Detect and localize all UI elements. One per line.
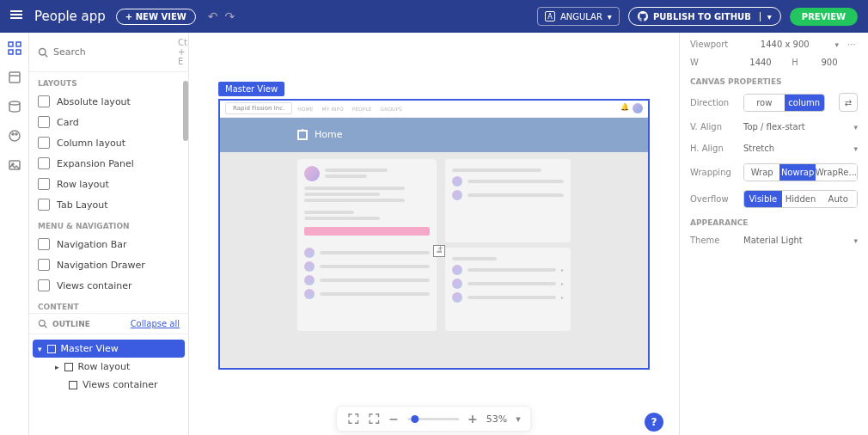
canvas-area: Master View Rapid Fission Inc. HOME MY I… xyxy=(189,33,679,435)
item-tab-layout[interactable]: Tab Layout xyxy=(29,194,188,215)
data-icon[interactable] xyxy=(8,100,21,113)
swap-icon[interactable]: ⇄ xyxy=(839,93,858,112)
item-expansion-panel[interactable]: Expansion Panel xyxy=(29,153,188,174)
svg-line-15 xyxy=(45,326,47,328)
direction-segment: row column xyxy=(743,94,825,112)
preview-nav: HOME MY INFO PEOPLE GROUPS xyxy=(297,106,402,112)
viewport-value[interactable]: 1440 x 900 xyxy=(743,40,826,49)
row-icon xyxy=(64,363,73,371)
item-nav-bar[interactable]: Navigation Bar xyxy=(29,234,188,254)
search-icon xyxy=(38,319,47,328)
tool-rail xyxy=(0,33,29,435)
new-view-button[interactable]: + NEW VIEW xyxy=(116,9,196,25)
direction-column-button[interactable]: column xyxy=(785,95,825,111)
halign-label: H. Align xyxy=(690,144,735,153)
selected-frame[interactable]: Rapid Fission Inc. HOME MY INFO PEOPLE G… xyxy=(218,99,650,370)
section-menu-nav: MENU & NAVIGATION xyxy=(29,215,188,234)
item-row-layout[interactable]: Row layout xyxy=(29,174,188,194)
drop-cursor-icon xyxy=(433,245,445,257)
overflow-hidden-button[interactable]: Hidden xyxy=(782,191,820,207)
theme-icon[interactable] xyxy=(8,129,21,143)
preview-header: Rapid Fission Inc. HOME MY INFO PEOPLE G… xyxy=(220,101,648,118)
search-shortcut: Ctrl + E xyxy=(178,38,189,66)
pages-icon[interactable] xyxy=(8,70,21,84)
more-icon[interactable]: ⋯ xyxy=(847,40,858,49)
theme-label: Theme xyxy=(690,236,735,245)
overflow-visible-button[interactable]: Visible xyxy=(744,191,782,207)
chevron-down-icon: ▾ xyxy=(853,123,858,132)
item-nav-drawer[interactable]: Navigation Drawer xyxy=(29,254,188,275)
preview-button[interactable]: PREVIEW xyxy=(790,8,858,26)
svg-point-14 xyxy=(39,320,45,326)
chevron-down-icon[interactable]: ▾ xyxy=(516,414,521,425)
search-icon xyxy=(38,47,48,58)
svg-rect-3 xyxy=(16,50,21,54)
wrapreverse-button[interactable]: WrapRe... xyxy=(816,164,857,181)
height-input[interactable]: 900 xyxy=(812,58,847,67)
item-absolute-layout[interactable]: Absolute layout xyxy=(29,91,188,112)
brand-chip: Rapid Fission Inc. xyxy=(225,102,292,114)
outline-title: OUTLINE xyxy=(52,320,131,328)
undo-icon[interactable]: ↶ xyxy=(208,9,218,23)
wrapping-label: Wrapping xyxy=(690,168,735,177)
svg-point-9 xyxy=(15,133,17,135)
svg-rect-0 xyxy=(9,42,13,46)
direction-row-button[interactable]: row xyxy=(744,95,785,111)
publish-button[interactable]: PUBLISH TO GITHUB ▾ xyxy=(628,7,781,26)
canvas-stage[interactable]: Master View Rapid Fission Inc. HOME MY I… xyxy=(189,33,679,435)
search-input[interactable] xyxy=(53,46,178,58)
scrollbar[interactable] xyxy=(183,81,188,141)
zoom-in-button[interactable]: + xyxy=(468,412,478,426)
assets-icon[interactable] xyxy=(8,158,21,172)
zoom-value: 53% xyxy=(486,414,507,425)
navbar-icon xyxy=(38,238,50,250)
valign-select[interactable]: Top / flex-start▾ xyxy=(743,120,858,133)
chevron-down-icon: ▾ xyxy=(853,236,858,245)
svg-rect-4 xyxy=(9,72,20,83)
hero-title: Home xyxy=(315,129,342,140)
section-content: CONTENT xyxy=(29,296,188,313)
tree-row-views-container[interactable]: Views container xyxy=(33,376,185,394)
frame-label[interactable]: Master View xyxy=(218,82,284,96)
framework-select[interactable]: A ANGULAR ▾ xyxy=(537,7,620,26)
row-icon xyxy=(38,178,50,190)
tree-row-row-layout[interactable]: ▸ Row layout xyxy=(33,358,185,376)
github-icon xyxy=(638,11,648,21)
angular-icon: A xyxy=(545,11,555,21)
chevron-right-icon: ▸ xyxy=(55,363,59,371)
zoom-out-button[interactable]: − xyxy=(388,412,399,426)
right-panel: Viewport 1440 x 900 ▾ ⋯ W 1440 H 900 CAN… xyxy=(679,33,868,435)
chevron-down-icon[interactable]: ▾ xyxy=(834,40,839,49)
top-bar: People app + NEW VIEW ↶ ↷ A ANGULAR ▾ PU… xyxy=(0,0,868,33)
wrap-button[interactable]: Wrap xyxy=(744,164,779,181)
halign-select[interactable]: Stretch▾ xyxy=(743,142,858,155)
preview-hero: Home xyxy=(220,118,648,152)
layout-icon xyxy=(38,95,50,107)
width-label: W xyxy=(690,58,735,67)
svg-point-12 xyxy=(40,48,46,55)
item-column-layout[interactable]: Column layout xyxy=(29,132,188,153)
views-icon xyxy=(38,279,50,291)
svg-point-8 xyxy=(12,133,14,135)
left-sidebar: Ctrl + E LAYOUTS Absolute layout Card Co… xyxy=(29,33,189,435)
collapse-all-link[interactable]: Collapse all xyxy=(131,319,180,328)
direction-label: Direction xyxy=(690,98,735,107)
fit-screen-icon[interactable] xyxy=(347,413,359,425)
theme-select[interactable]: Material Light▾ xyxy=(743,234,858,247)
item-views-container[interactable]: Views container xyxy=(29,275,188,296)
views-icon xyxy=(69,381,77,389)
overflow-auto-button[interactable]: Auto xyxy=(819,191,857,207)
zoom-slider[interactable] xyxy=(407,418,459,420)
chevron-down-icon: ▾ xyxy=(853,144,858,153)
components-icon[interactable] xyxy=(8,41,21,55)
width-input[interactable]: 1440 xyxy=(743,58,778,67)
chevron-down-icon[interactable]: ▾ xyxy=(760,12,772,21)
nowrap-button[interactable]: Nowrap xyxy=(779,164,815,181)
hamburger-icon[interactable] xyxy=(10,9,26,24)
search-row: Ctrl + E xyxy=(29,33,188,72)
item-card[interactable]: Card xyxy=(29,112,188,132)
redo-icon[interactable]: ↷ xyxy=(224,9,235,23)
tree-row-master-view[interactable]: ▾ Master View xyxy=(33,340,185,358)
expand-icon[interactable] xyxy=(368,413,380,425)
help-button[interactable]: ? xyxy=(645,413,663,432)
